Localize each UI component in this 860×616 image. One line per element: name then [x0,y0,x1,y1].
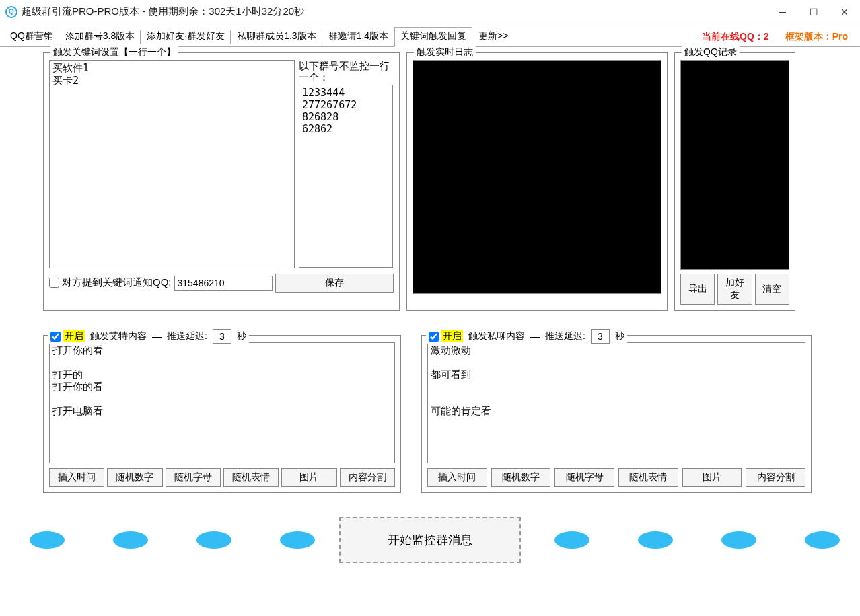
at-enable-checkbox[interactable] [50,332,61,342]
decor-ellipse [721,531,756,549]
decor-ellipse [805,531,840,549]
at-delay-unit: 秒 [237,330,246,342]
qq-record-list[interactable] [680,60,789,270]
exclude-label: 以下群号不监控一行一个： [299,60,393,83]
exclude-textarea[interactable] [299,85,393,268]
app-icon: Q [5,6,17,18]
at-delay-label: 推送延迟: [167,330,207,342]
add-friend-button[interactable]: 加好友 [717,274,752,305]
tab-bar: QQ群营销 添加群号3.8版本 添加好友·群发好友 私聊群成员1.3版本 群邀请… [0,24,860,47]
keywords-fieldset: 触发关键词设置【一行一个】 以下群号不监控一行一个： 对方提到关键词通知QQ: … [43,52,400,311]
at-insert-time-button[interactable]: 插入时间 [49,468,104,487]
decor-ellipse [30,531,65,549]
notify-checkbox[interactable] [49,278,59,288]
tab-qq-marketing[interactable]: QQ群营销 [4,27,59,47]
save-button[interactable]: 保存 [275,274,394,293]
export-button[interactable]: 导出 [680,274,715,305]
pm-random-letter-button[interactable]: 随机字母 [554,468,614,487]
minimize-button[interactable]: ─ [767,0,798,24]
at-random-letter-button[interactable]: 随机字母 [166,468,221,487]
pm-random-emoji-button[interactable]: 随机表情 [618,468,678,487]
pm-enable-text: 开启 [441,330,463,342]
pm-delay-input[interactable] [591,329,610,344]
online-qq-status: 当前在线QQ：2 [694,31,777,43]
decor-ellipse [638,531,673,549]
tab-add-friend[interactable]: 添加好友·群发好友 [141,27,231,47]
qq-record-legend: 触发QQ记录 [682,46,740,59]
at-image-button[interactable]: 图片 [281,468,336,487]
notify-checkbox-label[interactable]: 对方提到关键词通知QQ: [49,276,172,289]
close-button[interactable]: ✕ [829,0,860,24]
pm-split-button[interactable]: 内容分割 [746,468,805,487]
at-content-textarea[interactable] [49,342,395,463]
decor-ellipse [196,531,231,549]
at-random-digit-button[interactable]: 随机数字 [107,468,162,487]
at-delay-input[interactable] [213,329,231,344]
notify-qq-input[interactable] [174,276,273,291]
pm-delay-label: 推送延迟: [545,330,585,342]
pm-content-textarea[interactable] [427,342,805,463]
tab-group-invite[interactable]: 群邀请1.4版本 [322,27,394,47]
pm-random-digit-button[interactable]: 随机数字 [491,468,551,487]
at-random-emoji-button[interactable]: 随机表情 [223,468,279,487]
log-fieldset: 触发实时日志 [406,52,668,311]
pm-enable-label[interactable]: 开启 [429,330,463,342]
pm-delay-unit: 秒 [615,330,624,342]
at-split-button[interactable]: 内容分割 [340,468,395,487]
notify-label-text: 对方提到关键词通知QQ: [62,276,172,289]
pm-image-button[interactable]: 图片 [682,468,742,487]
decor-ellipse [554,531,589,549]
log-legend: 触发实时日志 [414,46,476,59]
tab-update[interactable]: 更新>> [472,27,514,47]
at-legend-mid: 触发艾特内容 [90,330,147,342]
titlebar: Q 超级群引流PRO-PRO版本 - 使用期剩余：302天1小时32分20秒 ─… [0,0,860,24]
framework-version-status: 框架版本：Pro [777,31,856,43]
pm-insert-time-button[interactable]: 插入时间 [427,468,487,487]
window-title: 超级群引流PRO-PRO版本 - 使用期剩余：302天1小时32分20秒 [22,5,304,18]
decor-ellipse [280,531,315,549]
bottom-area: 开始监控群消息 [5,493,855,587]
clear-button[interactable]: 清空 [755,274,789,305]
tab-keyword-reply[interactable]: 关键词触发回复 [394,27,472,47]
log-viewer[interactable] [413,60,661,294]
at-enable-text: 开启 [63,330,85,342]
at-enable-label[interactable]: 开启 [50,330,85,342]
qq-record-fieldset: 触发QQ记录 导出 加好友 清空 [674,52,795,311]
pm-content-fieldset: 开启 触发私聊内容 — 推送延迟: 秒 插入时间 随机数字 随机字母 随机表情 … [421,335,812,493]
keywords-textarea[interactable] [49,60,295,268]
at-content-fieldset: 开启 触发艾特内容 — 推送延迟: 秒 插入时间 随机数字 随机字母 随机表情 … [43,335,401,493]
at-legend: 开启 触发艾特内容 — 推送延迟: 秒 [48,329,249,344]
decor-ellipse [113,531,148,549]
pm-legend: 开启 触发私聊内容 — 推送延迟: 秒 [426,329,627,344]
start-monitor-button[interactable]: 开始监控群消息 [339,517,521,563]
tab-pm-member[interactable]: 私聊群成员1.3版本 [231,27,322,47]
maximize-button[interactable]: ☐ [798,0,829,24]
pm-enable-checkbox[interactable] [429,332,439,342]
pm-legend-mid: 触发私聊内容 [468,330,525,342]
tab-add-group[interactable]: 添加群号3.8版本 [59,27,141,47]
keywords-legend: 触发关键词设置【一行一个】 [50,46,178,59]
